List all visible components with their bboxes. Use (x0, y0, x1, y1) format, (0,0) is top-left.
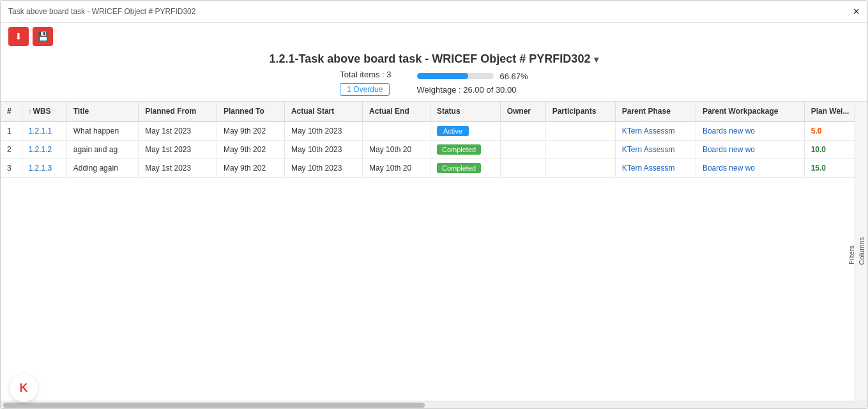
cell-actual-end: May 10th 20 (363, 141, 430, 159)
logo-text: K (20, 382, 28, 395)
col-header-planned-from: Planned From (139, 102, 217, 121)
progress-bar-fill (417, 73, 468, 79)
cell-parent-phase: KTern Assessm (615, 159, 696, 178)
cell-actual-start: May 10th 2023 (284, 141, 362, 159)
status-badge-completed: Completed (437, 163, 481, 173)
cell-participants (545, 141, 615, 159)
cell-status: Completed (430, 141, 500, 159)
cell-title: What happen (66, 121, 138, 141)
status-badge-completed: Completed (437, 144, 481, 155)
col-header-parent-workpackage: Parent Workpackage (696, 102, 804, 121)
cell-num: 3 (1, 159, 22, 178)
table-container: # ↑WBS Title Planned From Planned To Act… (1, 101, 867, 401)
filters-label[interactable]: Filters (848, 245, 855, 265)
header-title: 1.2.1-Task above board task - WRICEF Obj… (270, 52, 599, 66)
columns-label[interactable]: Columns (858, 237, 865, 265)
cell-planned-to: May 9th 202 (217, 159, 285, 178)
side-panel[interactable]: ▼ Columns Filters (855, 102, 867, 401)
cell-actual-start: May 10th 2023 (284, 121, 362, 141)
save-button[interactable]: 💾 (33, 27, 53, 46)
col-header-num: # (1, 102, 22, 121)
main-table: # ↑WBS Title Planned From Planned To Act… (1, 102, 867, 178)
meta-left: Total items : 3 1 Overdue (340, 70, 391, 96)
cell-status: Active (430, 121, 500, 141)
total-items-label: Total items : 3 (340, 70, 391, 79)
cell-parent-phase: KTern Assessm (615, 121, 696, 141)
parent-phase-link[interactable]: KTern Assessm (622, 127, 675, 135)
cell-participants (545, 159, 615, 178)
table-row: 1 1.2.1.1 What happen May 1st 2023 May 9… (1, 121, 867, 141)
meta-right: 66.67% Weightage : 26.00 of 30.00 (417, 72, 528, 95)
cell-wbs: 1.2.1.1 (22, 121, 66, 141)
cell-planned-to: May 9th 202 (217, 141, 285, 159)
cell-title: again and ag (66, 141, 138, 159)
table-row: 3 1.2.1.3 Adding again May 1st 2023 May … (1, 159, 867, 178)
status-badge-active: Active (437, 126, 469, 136)
cell-actual-end: May 10th 20 (363, 159, 430, 178)
cell-planned-from: May 1st 2023 (139, 159, 217, 178)
parent-phase-link[interactable]: KTern Assessm (622, 164, 675, 173)
col-header-planned-to: Planned To (217, 102, 285, 121)
progress-row: 66.67% (417, 72, 528, 81)
cell-owner (500, 159, 545, 178)
toolbar: ⬇ 💾 (1, 23, 867, 50)
header-meta: Total items : 3 1 Overdue 66.67% Weighta… (8, 70, 860, 96)
table-row: 2 1.2.1.2 again and ag May 1st 2023 May … (1, 141, 867, 159)
cell-parent-workpackage: Boards new wo (696, 159, 804, 178)
cell-actual-end (363, 121, 430, 141)
bottom-logo: K (10, 374, 38, 402)
cell-planned-to: May 9th 202 (217, 121, 285, 141)
cell-participants (545, 121, 615, 141)
table-header-row: # ↑WBS Title Planned From Planned To Act… (1, 102, 867, 121)
cell-wbs: 1.2.1.3 (22, 159, 66, 178)
table-body: 1 1.2.1.1 What happen May 1st 2023 May 9… (1, 121, 867, 178)
col-header-actual-start: Actual Start (284, 102, 362, 121)
progress-pct: 66.67% (500, 72, 528, 81)
col-header-actual-end: Actual End (363, 102, 430, 121)
cell-planned-from: May 1st 2023 (139, 141, 217, 159)
col-header-title: Title (66, 102, 138, 121)
progress-bar-wrap (417, 73, 494, 79)
parent-workpackage-link[interactable]: Boards new wo (703, 127, 755, 135)
weightage-text: Weightage : 26.00 of 30.00 (417, 85, 517, 95)
title-dropdown-icon[interactable]: ▾ (594, 54, 598, 65)
close-button[interactable]: × (853, 6, 860, 17)
download-icon: ⬇ (15, 31, 22, 42)
parent-workpackage-link[interactable]: Boards new wo (703, 164, 755, 173)
modal-titlebar: Task above board task - WRICEF Object # … (1, 1, 867, 23)
scrollbar-track[interactable] (3, 403, 425, 408)
overdue-badge[interactable]: 1 Overdue (340, 83, 390, 96)
parent-phase-link[interactable]: KTern Assessm (622, 145, 675, 154)
col-header-status: Status (430, 102, 500, 121)
cell-planned-from: May 1st 2023 (139, 121, 217, 141)
cell-parent-workpackage: Boards new wo (696, 121, 804, 141)
cell-title: Adding again (66, 159, 138, 178)
header-section: 1.2.1-Task above board task - WRICEF Obj… (1, 50, 867, 101)
cell-parent-workpackage: Boards new wo (696, 141, 804, 159)
download-button[interactable]: ⬇ (8, 27, 29, 46)
cell-wbs: 1.2.1.2 (22, 141, 66, 159)
title-text: 1.2.1-Task above board task - WRICEF Obj… (270, 52, 591, 66)
parent-workpackage-link[interactable]: Boards new wo (703, 145, 755, 154)
cell-status: Completed (430, 159, 500, 178)
cell-owner (500, 141, 545, 159)
col-header-parent-phase: Parent Phase (615, 102, 696, 121)
save-icon: 💾 (38, 31, 49, 42)
scrollbar-area[interactable] (1, 401, 867, 408)
col-header-owner: Owner (500, 102, 545, 121)
cell-num: 1 (1, 121, 22, 141)
cell-owner (500, 121, 545, 141)
cell-num: 2 (1, 141, 22, 159)
col-header-wbs[interactable]: ↑WBS (22, 102, 66, 121)
cell-actual-start: May 10th 2023 (284, 159, 362, 178)
modal-container: Task above board task - WRICEF Object # … (0, 0, 868, 409)
cell-parent-phase: KTern Assessm (615, 141, 696, 159)
wbs-link[interactable]: 1.2.1.1 (29, 127, 52, 135)
modal-title: Task above board task - WRICEF Object # … (8, 7, 195, 16)
wbs-link[interactable]: 1.2.1.2 (29, 145, 52, 154)
col-header-participants: Participants (545, 102, 615, 121)
wbs-link[interactable]: 1.2.1.3 (29, 164, 52, 173)
